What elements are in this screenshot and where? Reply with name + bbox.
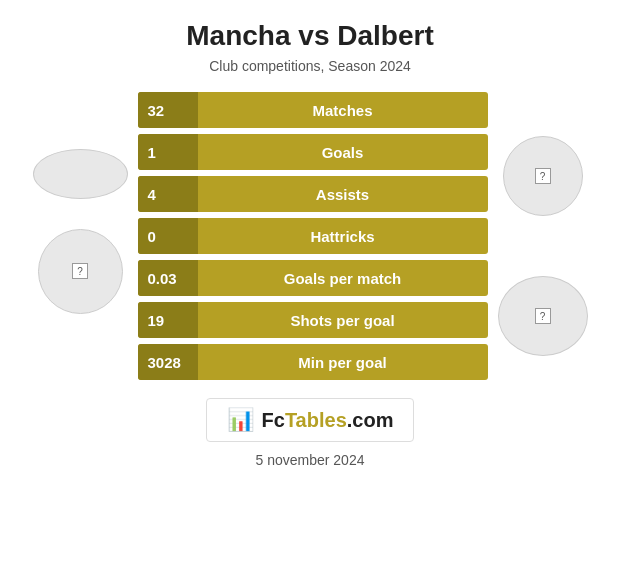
stat-value-shots-per-goal: 19 bbox=[138, 302, 198, 338]
stat-label-hattricks: Hattricks bbox=[198, 228, 488, 245]
right-avatars: ? ? bbox=[498, 136, 588, 356]
left-avatar-mid: ? bbox=[38, 229, 123, 314]
page-container: Mancha vs Dalbert Club competitions, Sea… bbox=[0, 0, 620, 580]
page-subtitle: Club competitions, Season 2024 bbox=[209, 58, 411, 74]
stat-value-goals-per-match: 0.03 bbox=[138, 260, 198, 296]
stat-label-min-per-goal: Min per goal bbox=[198, 354, 488, 371]
stat-value-assists: 4 bbox=[138, 176, 198, 212]
footer-date: 5 november 2024 bbox=[256, 452, 365, 468]
stats-rows: 32 Matches 1 Goals 4 Assists 0 Hattricks… bbox=[138, 92, 488, 380]
stat-label-assists: Assists bbox=[198, 186, 488, 203]
right-avatar-top-icon: ? bbox=[535, 168, 551, 184]
stat-value-goals: 1 bbox=[138, 134, 198, 170]
right-avatar-bot-icon: ? bbox=[535, 308, 551, 324]
stat-label-shots-per-goal: Shots per goal bbox=[198, 312, 488, 329]
stat-row-goals: 1 Goals bbox=[138, 134, 488, 170]
stat-row-min-per-goal: 3028 Min per goal bbox=[138, 344, 488, 380]
stats-section: ? 32 Matches 1 Goals 4 Assists 0 Hattric… bbox=[10, 92, 610, 380]
right-avatar-bot: ? bbox=[498, 276, 588, 356]
stat-row-hattricks: 0 Hattricks bbox=[138, 218, 488, 254]
stat-row-shots-per-goal: 19 Shots per goal bbox=[138, 302, 488, 338]
left-avatars: ? bbox=[33, 149, 128, 314]
stat-value-matches: 32 bbox=[138, 92, 198, 128]
stat-value-min-per-goal: 3028 bbox=[138, 344, 198, 380]
stat-row-goals-per-match: 0.03 Goals per match bbox=[138, 260, 488, 296]
left-avatar-top bbox=[33, 149, 128, 199]
left-avatar-icon: ? bbox=[72, 263, 88, 279]
stat-label-matches: Matches bbox=[198, 102, 488, 119]
stat-value-hattricks: 0 bbox=[138, 218, 198, 254]
logo-icon: 📊 bbox=[227, 407, 254, 433]
logo-box: 📊 FcTables.com bbox=[206, 398, 415, 442]
right-avatar-top: ? bbox=[503, 136, 583, 216]
stat-row-matches: 32 Matches bbox=[138, 92, 488, 128]
page-title: Mancha vs Dalbert bbox=[186, 20, 433, 52]
stat-row-assists: 4 Assists bbox=[138, 176, 488, 212]
logo-section: 📊 FcTables.com 5 november 2024 bbox=[206, 398, 415, 468]
stat-label-goals-per-match: Goals per match bbox=[198, 270, 488, 287]
stat-label-goals: Goals bbox=[198, 144, 488, 161]
logo-text: FcTables.com bbox=[262, 409, 394, 432]
